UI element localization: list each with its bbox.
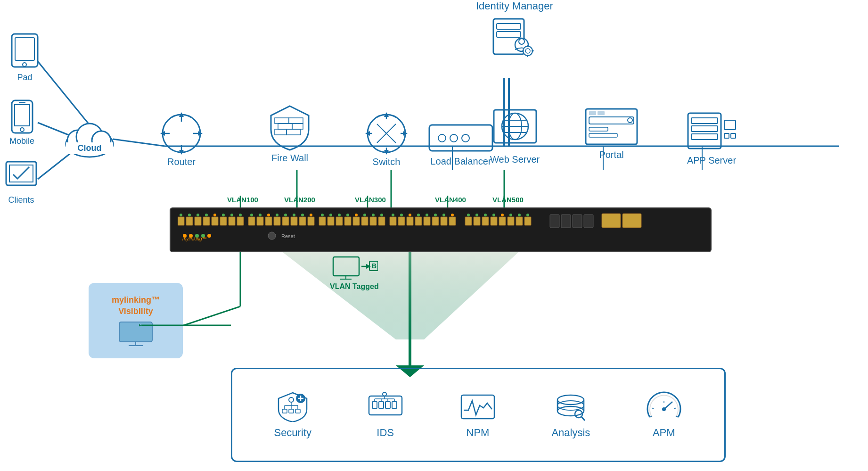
svg-rect-77: [589, 117, 634, 124]
svg-rect-83: [688, 113, 721, 149]
svg-point-231: [557, 395, 584, 405]
svg-rect-107: [203, 217, 210, 225]
svg-rect-165: [465, 217, 472, 225]
svg-rect-163: [449, 217, 456, 225]
appserver-label: APP Server: [687, 155, 736, 166]
svg-point-180: [526, 214, 529, 216]
svg-point-140: [346, 214, 349, 216]
svg-point-144: [363, 214, 366, 216]
svg-point-116: [239, 214, 242, 216]
svg-point-95: [523, 46, 532, 56]
svg-rect-89: [731, 133, 736, 138]
svg-point-104: [188, 214, 191, 216]
svg-rect-29: [15, 105, 30, 126]
webserver-label: Web Server: [490, 154, 540, 165]
clients-label: Clients: [8, 195, 34, 205]
svg-point-124: [276, 214, 278, 216]
svg-rect-171: [491, 217, 497, 225]
svg-rect-183: [573, 215, 582, 228]
svg-point-134: [321, 214, 324, 216]
svg-text:Cloud: Cloud: [78, 143, 102, 153]
svg-rect-147: [378, 217, 385, 225]
svg-rect-109: [212, 217, 218, 225]
svg-rect-115: [237, 217, 244, 225]
svg-point-142: [355, 214, 358, 216]
svg-rect-121: [265, 217, 272, 225]
security-label: Security: [274, 427, 311, 439]
svg-rect-185: [602, 214, 621, 228]
cloud-icon: Cloud: [61, 113, 118, 160]
pad-device: Pad: [9, 33, 40, 83]
svg-point-214: [289, 397, 294, 402]
firewall-label: Fire Wall: [271, 153, 308, 164]
vlan200-label: VLAN200: [284, 196, 315, 204]
svg-rect-80: [589, 133, 617, 137]
svg-rect-87: [724, 120, 736, 130]
vlan100-label: VLAN100: [227, 196, 258, 204]
npm-label: NPM: [467, 427, 490, 439]
svg-rect-91: [497, 24, 521, 29]
svg-rect-66: [429, 125, 492, 151]
svg-rect-151: [398, 217, 405, 225]
svg-point-78: [628, 118, 632, 123]
svg-point-132: [310, 214, 312, 216]
vlan300-label: VLAN300: [355, 196, 386, 204]
vlan-tagged-section: B VLAN Tagged: [330, 255, 379, 291]
svg-rect-173: [499, 217, 506, 225]
ids-label: IDS: [377, 427, 394, 439]
webserver-icon: Web Server: [490, 107, 540, 165]
svg-rect-117: [248, 217, 255, 225]
svg-rect-219: [372, 402, 377, 408]
svg-rect-31: [19, 102, 25, 103]
svg-point-164: [451, 214, 454, 216]
svg-rect-159: [432, 217, 439, 225]
svg-point-112: [222, 214, 225, 216]
mobile-device: Mobile: [9, 99, 34, 146]
svg-rect-101: [178, 217, 184, 225]
apm-tool: APM: [645, 391, 683, 439]
svg-rect-88: [724, 133, 729, 138]
ids-tool: IDS: [367, 391, 404, 439]
clients-device: Clients: [5, 160, 38, 205]
svg-point-27: [23, 63, 26, 66]
svg-point-136: [329, 214, 332, 216]
svg-rect-26: [15, 38, 34, 60]
svg-rect-207: [289, 409, 294, 413]
analysis-tool: Analysis: [551, 391, 590, 439]
svg-rect-119: [257, 217, 263, 225]
svg-line-241: [652, 408, 654, 409]
svg-point-122: [267, 214, 270, 216]
svg-rect-137: [336, 217, 343, 225]
appserver-icon: APP Server: [686, 111, 737, 166]
svg-rect-103: [186, 217, 193, 225]
svg-rect-221: [385, 402, 390, 408]
svg-point-108: [205, 214, 208, 216]
svg-point-154: [409, 214, 411, 216]
svg-rect-206: [282, 409, 287, 413]
svg-rect-139: [344, 217, 351, 225]
svg-point-152: [400, 214, 403, 216]
svg-rect-182: [561, 215, 571, 228]
svg-marker-199: [366, 264, 371, 269]
svg-line-243: [674, 408, 676, 409]
svg-marker-21: [283, 252, 518, 339]
svg-point-120: [259, 214, 262, 216]
svg-rect-129: [299, 217, 306, 225]
svg-rect-50: [289, 118, 303, 124]
svg-rect-222: [392, 402, 397, 408]
svg-point-160: [434, 214, 437, 216]
svg-rect-123: [274, 217, 280, 225]
vlan400-label: VLAN400: [435, 196, 466, 204]
tools-box: Security IDS: [231, 368, 726, 462]
svg-point-69: [462, 134, 469, 142]
svg-rect-86: [691, 134, 718, 140]
portal-label: Portal: [599, 149, 623, 160]
loadbalancer-label: Load Balancer: [431, 156, 491, 167]
svg-point-102: [180, 214, 182, 216]
security-tool: Security: [274, 391, 311, 439]
svg-rect-179: [524, 217, 531, 225]
svg-point-191: [207, 234, 211, 238]
router-label: Router: [167, 157, 196, 167]
svg-rect-181: [550, 215, 559, 228]
svg-rect-161: [441, 217, 447, 225]
